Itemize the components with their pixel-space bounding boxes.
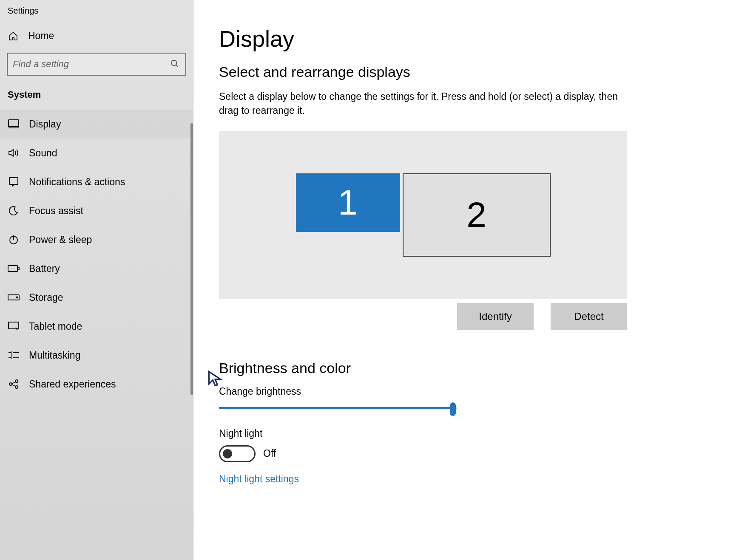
speaker-icon bbox=[8, 147, 20, 159]
battery-icon bbox=[8, 263, 20, 274]
sidebar-item-focus-assist[interactable]: Focus assist bbox=[0, 196, 193, 225]
sidebar-section-header: System bbox=[0, 83, 193, 110]
sidebar-item-display[interactable]: Display bbox=[0, 110, 193, 139]
home-icon bbox=[8, 31, 19, 42]
night-light-toggle-row: Off bbox=[219, 445, 739, 462]
sidebar-nav: Display Sound Notifications & actions bbox=[0, 110, 193, 399]
tablet-icon bbox=[8, 320, 20, 332]
change-brightness-label: Change brightness bbox=[219, 386, 739, 397]
sidebar-item-label: Multitasking bbox=[29, 350, 80, 361]
brightness-slider[interactable] bbox=[219, 403, 457, 413]
sidebar-item-label: Power & sleep bbox=[29, 234, 92, 246]
share-icon bbox=[8, 378, 20, 390]
sidebar-item-label: Display bbox=[29, 119, 61, 130]
sidebar-item-tablet[interactable]: Tablet mode bbox=[0, 312, 193, 341]
sidebar-item-label: Shared experiences bbox=[29, 379, 116, 390]
identify-button[interactable]: Identify bbox=[457, 303, 534, 330]
sidebar-item-label: Battery bbox=[29, 263, 60, 274]
sidebar-item-storage[interactable]: Storage bbox=[0, 283, 193, 312]
page-title: Display bbox=[219, 25, 739, 52]
svg-point-19 bbox=[15, 386, 18, 388]
brightness-heading: Brightness and color bbox=[219, 360, 739, 376]
notification-box-icon bbox=[8, 176, 20, 188]
sidebar: Settings Home System Display bbox=[0, 0, 193, 560]
svg-line-21 bbox=[12, 385, 15, 386]
drive-icon bbox=[8, 291, 20, 303]
arrange-heading: Select and rearrange displays bbox=[219, 64, 739, 80]
detect-button[interactable]: Detect bbox=[551, 303, 627, 330]
svg-rect-8 bbox=[18, 267, 19, 270]
night-light-toggle[interactable] bbox=[219, 445, 256, 462]
search-icon bbox=[170, 59, 180, 69]
toggle-knob bbox=[223, 449, 232, 458]
search-wrap bbox=[0, 48, 193, 83]
power-icon bbox=[8, 234, 20, 246]
sidebar-item-battery[interactable]: Battery bbox=[0, 254, 193, 283]
svg-rect-2 bbox=[9, 120, 19, 127]
svg-rect-4 bbox=[9, 178, 18, 184]
sidebar-item-label: Storage bbox=[29, 292, 63, 303]
svg-line-20 bbox=[12, 382, 15, 384]
svg-point-18 bbox=[15, 380, 18, 382]
sidebar-item-notifications[interactable]: Notifications & actions bbox=[0, 167, 193, 196]
sidebar-item-label: Sound bbox=[29, 147, 57, 159]
arrange-buttons: Identify Detect bbox=[219, 303, 627, 330]
multitask-icon bbox=[8, 349, 20, 361]
monitor-2[interactable]: 2 bbox=[403, 173, 551, 257]
sidebar-item-label: Notifications & actions bbox=[29, 176, 125, 188]
moon-icon bbox=[8, 205, 20, 217]
search-box[interactable] bbox=[7, 53, 186, 76]
sidebar-home[interactable]: Home bbox=[0, 24, 193, 48]
monitor-1[interactable]: 1 bbox=[296, 173, 400, 232]
sidebar-item-label: Tablet mode bbox=[29, 321, 82, 332]
search-input[interactable] bbox=[13, 59, 170, 70]
slider-fill bbox=[219, 407, 452, 409]
display-arrange-area[interactable]: 1 2 bbox=[219, 131, 627, 299]
monitor-icon bbox=[8, 118, 20, 130]
sidebar-item-shared[interactable]: Shared experiences bbox=[0, 370, 193, 399]
svg-point-17 bbox=[9, 383, 12, 385]
sidebar-scrollbar[interactable] bbox=[190, 123, 193, 395]
sidebar-item-multitasking[interactable]: Multitasking bbox=[0, 341, 193, 370]
svg-rect-7 bbox=[8, 266, 17, 272]
night-light-settings-link[interactable]: Night light settings bbox=[219, 473, 739, 485]
arrange-description: Select a display below to change the set… bbox=[219, 90, 627, 118]
sidebar-home-label: Home bbox=[28, 30, 54, 42]
night-light-state: Off bbox=[263, 448, 276, 459]
main-content: Display Select and rearrange displays Se… bbox=[193, 0, 756, 560]
night-light-label: Night light bbox=[219, 428, 739, 439]
sidebar-item-power[interactable]: Power & sleep bbox=[0, 225, 193, 254]
sidebar-item-label: Focus assist bbox=[29, 205, 83, 217]
svg-point-0 bbox=[171, 60, 177, 66]
svg-rect-11 bbox=[9, 322, 19, 329]
slider-thumb[interactable] bbox=[450, 402, 456, 416]
svg-line-1 bbox=[176, 65, 178, 67]
app-title: Settings bbox=[0, 0, 193, 24]
sidebar-item-sound[interactable]: Sound bbox=[0, 139, 193, 167]
svg-point-10 bbox=[17, 297, 18, 298]
